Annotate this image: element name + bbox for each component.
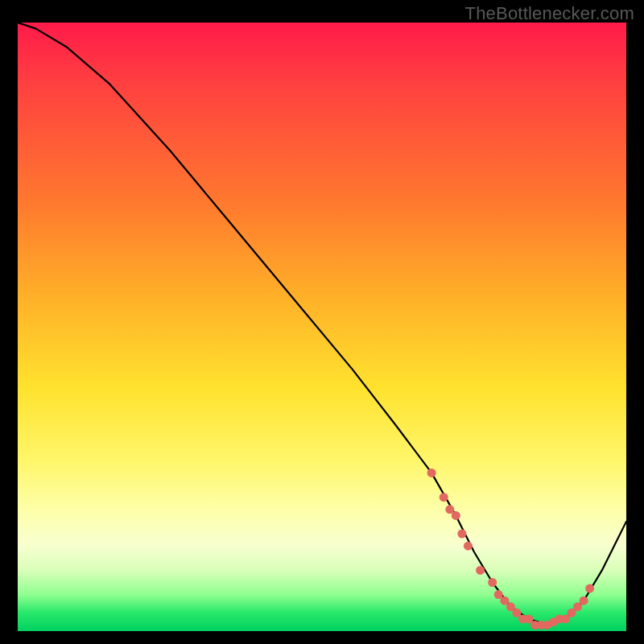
curve-dot (488, 578, 497, 587)
curve-dot (585, 584, 594, 593)
curve-dot (580, 597, 588, 605)
plot-outer (18, 23, 626, 631)
curve-dot (464, 542, 473, 551)
curve-dot (476, 566, 485, 575)
curve-dot (452, 511, 460, 520)
chart-frame: TheBottlenecker.com (0, 0, 644, 644)
curve-dot (440, 493, 448, 502)
curve-dot (427, 469, 436, 477)
curve-layer (18, 23, 626, 631)
watermark-text: TheBottlenecker.com (465, 3, 634, 24)
curve-dot (457, 530, 466, 539)
bottleneck-curve (18, 23, 626, 625)
curve-dots-group (427, 469, 595, 630)
